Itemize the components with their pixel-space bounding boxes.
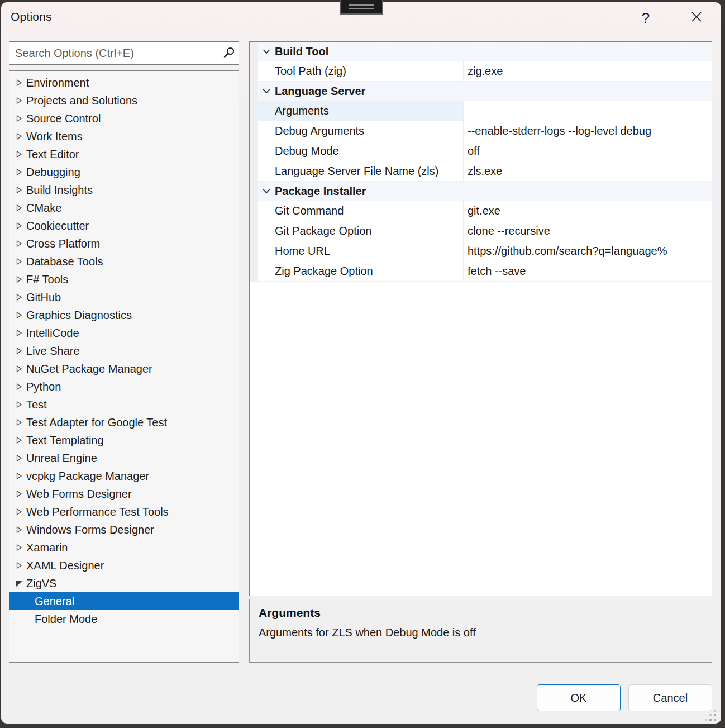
help-button[interactable]: ? (633, 7, 658, 29)
chevron-down-icon[interactable] (258, 182, 275, 201)
expander-collapsed-icon[interactable] (15, 472, 23, 480)
sidebar-item-label: Graphics Diagnostics (26, 309, 132, 322)
sidebar-item-live-share[interactable]: Live Share (9, 342, 239, 360)
expander-collapsed-icon[interactable] (15, 400, 23, 409)
expander-collapsed-icon[interactable] (15, 96, 23, 105)
property-row-debug-mode[interactable]: Debug Modeoff (250, 141, 712, 161)
sidebar-item-database-tools[interactable]: Database Tools (9, 253, 239, 270)
close-button[interactable] (684, 7, 709, 29)
property-row-language-server-file-name-zls-[interactable]: Language Server File Name (zls)zls.exe (250, 161, 712, 182)
search-input[interactable] (9, 47, 220, 60)
cancel-button[interactable]: Cancel (628, 684, 712, 711)
property-row-git-command[interactable]: Git Commandgit.exe (250, 201, 712, 221)
expander-collapsed-icon[interactable] (15, 221, 23, 230)
sidebar-item-text-editor[interactable]: Text Editor (9, 145, 239, 163)
section-header-package-installer[interactable]: Package Installer (250, 182, 712, 201)
expander-collapsed-icon[interactable] (15, 329, 23, 337)
expander-collapsed-icon[interactable] (15, 561, 23, 570)
sidebar-item-intellicode[interactable]: IntelliCode (9, 324, 239, 342)
property-row-zig-package-option[interactable]: Zig Package Optionfetch --save (250, 261, 712, 282)
sidebar-item-python[interactable]: Python (9, 378, 239, 396)
snap-indicator (340, 0, 383, 15)
chevron-down-icon[interactable] (258, 82, 275, 101)
description-pane: Arguments Arguments for ZLS when Debug M… (249, 599, 712, 663)
search-icon[interactable] (220, 46, 239, 60)
property-label: Language Server File Name (zls) (258, 161, 463, 181)
sidebar-item-vcpkg-package-manager[interactable]: vcpkg Package Manager (9, 467, 239, 485)
expander-collapsed-icon[interactable] (15, 543, 23, 552)
sidebar-item-label: Work Items (26, 130, 83, 143)
expander-collapsed-icon[interactable] (15, 454, 23, 463)
sidebar-item-github[interactable]: GitHub (9, 288, 239, 306)
sidebar-item-folder-mode[interactable]: Folder Mode (9, 610, 239, 628)
sidebar-item-projects-and-solutions[interactable]: Projects and Solutions (9, 92, 239, 110)
sidebar-item-test-adapter-for-google-test[interactable]: Test Adapter for Google Test (9, 413, 239, 431)
expander-collapsed-icon[interactable] (15, 132, 23, 141)
property-row-arguments[interactable]: Arguments (250, 101, 712, 121)
property-row-tool-path-zig-[interactable]: Tool Path (zig)zig.exe (250, 61, 712, 82)
property-value[interactable]: https://github.com/search?q=language% (463, 241, 712, 261)
expander-collapsed-icon[interactable] (15, 275, 23, 284)
expander-collapsed-icon[interactable] (15, 239, 23, 248)
sidebar-item-test[interactable]: Test (9, 396, 239, 413)
expander-collapsed-icon[interactable] (15, 203, 23, 212)
grid-gutter (250, 182, 258, 201)
property-value[interactable]: git.exe (463, 201, 712, 221)
expander-collapsed-icon[interactable] (15, 525, 23, 534)
sidebar-item-xaml-designer[interactable]: XAML Designer (9, 556, 239, 574)
property-value[interactable] (463, 101, 712, 121)
expander-collapsed-icon[interactable] (15, 293, 23, 302)
property-value[interactable]: off (463, 141, 712, 161)
property-value[interactable]: zig.exe (463, 61, 712, 81)
sidebar-item-source-control[interactable]: Source Control (9, 110, 239, 127)
expander-collapsed-icon[interactable] (15, 78, 23, 87)
expander-collapsed-icon[interactable] (15, 168, 23, 177)
expander-collapsed-icon[interactable] (15, 418, 23, 427)
sidebar-item-f-tools[interactable]: F# Tools (9, 270, 239, 288)
sidebar-item-nuget-package-manager[interactable]: NuGet Package Manager (9, 360, 239, 378)
sidebar-item-zigvs[interactable]: ZigVS (9, 574, 239, 592)
expander-collapsed-icon[interactable] (15, 436, 23, 445)
sidebar-item-environment[interactable]: Environment (9, 74, 239, 92)
sidebar-item-label: Cookiecutter (26, 220, 89, 232)
property-value[interactable]: clone --recursive (463, 221, 712, 241)
expander-collapsed-icon[interactable] (15, 185, 23, 194)
sidebar-item-label: XAML Designer (26, 559, 104, 572)
sidebar-item-debugging[interactable]: Debugging (9, 163, 239, 181)
sidebar-item-general[interactable]: General (9, 592, 239, 610)
expander-collapsed-icon[interactable] (15, 507, 23, 516)
property-row-home-url[interactable]: Home URLhttps://github.com/search?q=lang… (250, 241, 712, 261)
expander-collapsed-icon[interactable] (15, 346, 23, 355)
sidebar-item-text-templating[interactable]: Text Templating (9, 431, 239, 449)
grid-gutter (250, 61, 258, 81)
sidebar-item-build-insights[interactable]: Build Insights (9, 181, 239, 199)
property-row-debug-arguments[interactable]: Debug Arguments--enable-stderr-logs --lo… (250, 121, 712, 141)
resize-grip[interactable] (704, 710, 716, 721)
sidebar-item-web-performance-test-tools[interactable]: Web Performance Test Tools (9, 503, 239, 521)
property-value[interactable]: zls.exe (463, 161, 712, 181)
section-header-build-tool[interactable]: Build Tool (250, 42, 712, 61)
expander-collapsed-icon[interactable] (15, 150, 23, 159)
chevron-down-icon[interactable] (258, 42, 275, 61)
expander-expanded-icon[interactable] (15, 579, 23, 587)
sidebar-item-cross-platform[interactable]: Cross Platform (9, 235, 239, 253)
sidebar-item-web-forms-designer[interactable]: Web Forms Designer (9, 485, 239, 503)
section-header-language-server[interactable]: Language Server (250, 82, 712, 101)
expander-collapsed-icon[interactable] (15, 257, 23, 266)
property-row-git-package-option[interactable]: Git Package Optionclone --recursive (250, 221, 712, 241)
property-value[interactable]: --enable-stderr-logs --log-level debug (463, 121, 712, 141)
sidebar-item-xamarin[interactable]: Xamarin (9, 539, 239, 556)
sidebar-item-cookiecutter[interactable]: Cookiecutter (9, 217, 239, 235)
property-value[interactable]: fetch --save (463, 261, 712, 281)
sidebar-item-graphics-diagnostics[interactable]: Graphics Diagnostics (9, 306, 239, 324)
expander-collapsed-icon[interactable] (15, 489, 23, 498)
sidebar-item-cmake[interactable]: CMake (9, 199, 239, 217)
expander-collapsed-icon[interactable] (15, 311, 23, 320)
ok-button[interactable]: OK (537, 684, 621, 711)
sidebar-item-unreal-engine[interactable]: Unreal Engine (9, 449, 239, 467)
expander-collapsed-icon[interactable] (15, 364, 23, 373)
sidebar-item-work-items[interactable]: Work Items (9, 127, 239, 145)
expander-collapsed-icon[interactable] (15, 114, 23, 123)
expander-collapsed-icon[interactable] (15, 382, 23, 391)
sidebar-item-windows-forms-designer[interactable]: Windows Forms Designer (9, 521, 239, 539)
